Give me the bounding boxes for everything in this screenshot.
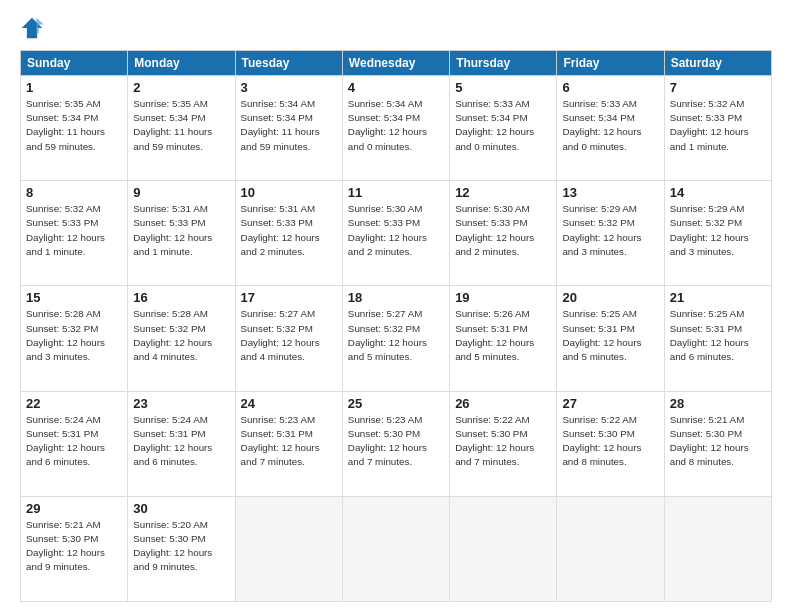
calendar-cell: 1Sunrise: 5:35 AMSunset: 5:34 PMDaylight… (21, 76, 128, 181)
day-number: 27 (562, 396, 658, 411)
calendar-cell: 24Sunrise: 5:23 AMSunset: 5:31 PMDayligh… (235, 391, 342, 496)
day-number: 7 (670, 80, 766, 95)
calendar-cell: 16Sunrise: 5:28 AMSunset: 5:32 PMDayligh… (128, 286, 235, 391)
day-info: Sunrise: 5:25 AMSunset: 5:31 PMDaylight:… (670, 307, 766, 364)
calendar-cell: 12Sunrise: 5:30 AMSunset: 5:33 PMDayligh… (450, 181, 557, 286)
day-number: 2 (133, 80, 229, 95)
calendar-cell: 6Sunrise: 5:33 AMSunset: 5:34 PMDaylight… (557, 76, 664, 181)
day-number: 3 (241, 80, 337, 95)
day-info: Sunrise: 5:34 AMSunset: 5:34 PMDaylight:… (241, 97, 337, 154)
day-number: 23 (133, 396, 229, 411)
day-number: 24 (241, 396, 337, 411)
day-number: 4 (348, 80, 444, 95)
calendar-cell: 5Sunrise: 5:33 AMSunset: 5:34 PMDaylight… (450, 76, 557, 181)
day-header-saturday: Saturday (664, 51, 771, 76)
calendar-cell: 29Sunrise: 5:21 AMSunset: 5:30 PMDayligh… (21, 496, 128, 601)
calendar-cell: 23Sunrise: 5:24 AMSunset: 5:31 PMDayligh… (128, 391, 235, 496)
day-number: 14 (670, 185, 766, 200)
calendar-cell: 11Sunrise: 5:30 AMSunset: 5:33 PMDayligh… (342, 181, 449, 286)
calendar-cell: 9Sunrise: 5:31 AMSunset: 5:33 PMDaylight… (128, 181, 235, 286)
day-info: Sunrise: 5:35 AMSunset: 5:34 PMDaylight:… (133, 97, 229, 154)
day-number: 19 (455, 290, 551, 305)
day-header-monday: Monday (128, 51, 235, 76)
day-number: 13 (562, 185, 658, 200)
day-number: 9 (133, 185, 229, 200)
day-info: Sunrise: 5:21 AMSunset: 5:30 PMDaylight:… (670, 413, 766, 470)
calendar-cell: 2Sunrise: 5:35 AMSunset: 5:34 PMDaylight… (128, 76, 235, 181)
day-header-sunday: Sunday (21, 51, 128, 76)
day-info: Sunrise: 5:29 AMSunset: 5:32 PMDaylight:… (670, 202, 766, 259)
calendar-cell (557, 496, 664, 601)
calendar-cell: 20Sunrise: 5:25 AMSunset: 5:31 PMDayligh… (557, 286, 664, 391)
day-number: 1 (26, 80, 122, 95)
day-info: Sunrise: 5:33 AMSunset: 5:34 PMDaylight:… (455, 97, 551, 154)
day-info: Sunrise: 5:27 AMSunset: 5:32 PMDaylight:… (241, 307, 337, 364)
day-info: Sunrise: 5:32 AMSunset: 5:33 PMDaylight:… (670, 97, 766, 154)
calendar-cell: 26Sunrise: 5:22 AMSunset: 5:30 PMDayligh… (450, 391, 557, 496)
day-info: Sunrise: 5:33 AMSunset: 5:34 PMDaylight:… (562, 97, 658, 154)
day-number: 26 (455, 396, 551, 411)
day-header-wednesday: Wednesday (342, 51, 449, 76)
day-number: 22 (26, 396, 122, 411)
calendar-cell (342, 496, 449, 601)
calendar-cell: 18Sunrise: 5:27 AMSunset: 5:32 PMDayligh… (342, 286, 449, 391)
calendar-cell: 15Sunrise: 5:28 AMSunset: 5:32 PMDayligh… (21, 286, 128, 391)
day-info: Sunrise: 5:30 AMSunset: 5:33 PMDaylight:… (348, 202, 444, 259)
day-number: 12 (455, 185, 551, 200)
day-info: Sunrise: 5:24 AMSunset: 5:31 PMDaylight:… (133, 413, 229, 470)
day-info: Sunrise: 5:22 AMSunset: 5:30 PMDaylight:… (562, 413, 658, 470)
day-info: Sunrise: 5:29 AMSunset: 5:32 PMDaylight:… (562, 202, 658, 259)
day-info: Sunrise: 5:34 AMSunset: 5:34 PMDaylight:… (348, 97, 444, 154)
day-info: Sunrise: 5:26 AMSunset: 5:31 PMDaylight:… (455, 307, 551, 364)
day-number: 8 (26, 185, 122, 200)
calendar-cell (450, 496, 557, 601)
calendar-cell: 30Sunrise: 5:20 AMSunset: 5:30 PMDayligh… (128, 496, 235, 601)
calendar-cell: 19Sunrise: 5:26 AMSunset: 5:31 PMDayligh… (450, 286, 557, 391)
calendar-cell: 25Sunrise: 5:23 AMSunset: 5:30 PMDayligh… (342, 391, 449, 496)
day-info: Sunrise: 5:23 AMSunset: 5:30 PMDaylight:… (348, 413, 444, 470)
calendar-cell: 3Sunrise: 5:34 AMSunset: 5:34 PMDaylight… (235, 76, 342, 181)
logo-icon (20, 16, 44, 40)
header (20, 16, 772, 40)
day-number: 11 (348, 185, 444, 200)
day-info: Sunrise: 5:20 AMSunset: 5:30 PMDaylight:… (133, 518, 229, 575)
calendar-cell (664, 496, 771, 601)
day-info: Sunrise: 5:24 AMSunset: 5:31 PMDaylight:… (26, 413, 122, 470)
day-number: 21 (670, 290, 766, 305)
day-number: 30 (133, 501, 229, 516)
day-header-friday: Friday (557, 51, 664, 76)
day-number: 15 (26, 290, 122, 305)
day-number: 17 (241, 290, 337, 305)
day-info: Sunrise: 5:23 AMSunset: 5:31 PMDaylight:… (241, 413, 337, 470)
day-info: Sunrise: 5:22 AMSunset: 5:30 PMDaylight:… (455, 413, 551, 470)
calendar-cell: 7Sunrise: 5:32 AMSunset: 5:33 PMDaylight… (664, 76, 771, 181)
day-number: 6 (562, 80, 658, 95)
calendar-cell: 22Sunrise: 5:24 AMSunset: 5:31 PMDayligh… (21, 391, 128, 496)
day-header-thursday: Thursday (450, 51, 557, 76)
day-info: Sunrise: 5:28 AMSunset: 5:32 PMDaylight:… (26, 307, 122, 364)
day-header-tuesday: Tuesday (235, 51, 342, 76)
calendar-page: SundayMondayTuesdayWednesdayThursdayFrid… (0, 0, 792, 612)
day-info: Sunrise: 5:32 AMSunset: 5:33 PMDaylight:… (26, 202, 122, 259)
day-number: 18 (348, 290, 444, 305)
day-info: Sunrise: 5:28 AMSunset: 5:32 PMDaylight:… (133, 307, 229, 364)
day-info: Sunrise: 5:21 AMSunset: 5:30 PMDaylight:… (26, 518, 122, 575)
calendar-cell: 27Sunrise: 5:22 AMSunset: 5:30 PMDayligh… (557, 391, 664, 496)
calendar-cell: 8Sunrise: 5:32 AMSunset: 5:33 PMDaylight… (21, 181, 128, 286)
day-info: Sunrise: 5:35 AMSunset: 5:34 PMDaylight:… (26, 97, 122, 154)
day-number: 5 (455, 80, 551, 95)
logo (20, 16, 48, 40)
day-info: Sunrise: 5:25 AMSunset: 5:31 PMDaylight:… (562, 307, 658, 364)
calendar-cell: 28Sunrise: 5:21 AMSunset: 5:30 PMDayligh… (664, 391, 771, 496)
calendar-cell: 21Sunrise: 5:25 AMSunset: 5:31 PMDayligh… (664, 286, 771, 391)
calendar-table: SundayMondayTuesdayWednesdayThursdayFrid… (20, 50, 772, 602)
calendar-cell: 13Sunrise: 5:29 AMSunset: 5:32 PMDayligh… (557, 181, 664, 286)
day-info: Sunrise: 5:31 AMSunset: 5:33 PMDaylight:… (241, 202, 337, 259)
day-number: 29 (26, 501, 122, 516)
calendar-cell: 10Sunrise: 5:31 AMSunset: 5:33 PMDayligh… (235, 181, 342, 286)
day-number: 25 (348, 396, 444, 411)
day-info: Sunrise: 5:31 AMSunset: 5:33 PMDaylight:… (133, 202, 229, 259)
calendar-cell: 17Sunrise: 5:27 AMSunset: 5:32 PMDayligh… (235, 286, 342, 391)
day-number: 20 (562, 290, 658, 305)
day-info: Sunrise: 5:27 AMSunset: 5:32 PMDaylight:… (348, 307, 444, 364)
